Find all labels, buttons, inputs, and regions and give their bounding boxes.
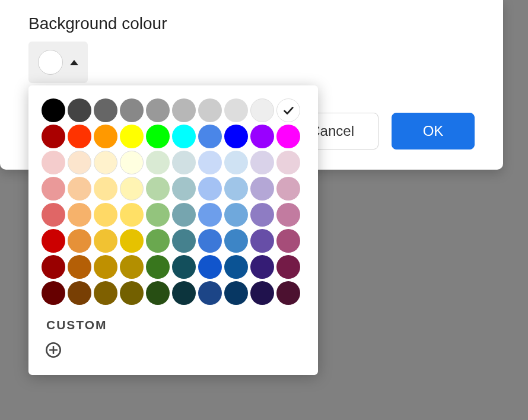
color-swatch[interactable] [120,281,144,305]
color-swatch[interactable] [42,229,65,253]
color-swatch[interactable] [172,203,196,227]
color-swatch[interactable] [172,98,196,122]
color-swatch[interactable] [146,203,170,227]
plus-circle-icon [45,342,62,358]
color-swatch[interactable] [94,151,117,174]
color-swatch[interactable] [172,229,196,253]
color-swatch[interactable] [146,255,170,279]
color-swatch[interactable] [68,229,91,253]
color-swatch[interactable] [276,203,300,227]
color-swatch[interactable] [172,281,196,305]
color-swatch[interactable] [224,98,248,122]
color-swatch[interactable] [224,125,248,148]
color-swatch[interactable] [198,229,222,253]
color-grid [42,98,305,305]
color-dropdown-trigger[interactable] [28,42,88,83]
color-swatch[interactable] [198,281,222,305]
color-swatch[interactable] [224,281,248,305]
color-swatch[interactable] [224,151,248,174]
color-swatch[interactable] [146,125,170,148]
color-swatch[interactable] [276,98,300,122]
color-swatch[interactable] [276,229,300,253]
color-swatch[interactable] [146,151,170,174]
color-swatch[interactable] [68,203,91,227]
color-picker-panel: CUSTOM [28,85,318,375]
color-swatch[interactable] [94,98,117,122]
color-swatch[interactable] [42,177,65,201]
color-swatch[interactable] [94,255,117,279]
color-swatch[interactable] [276,177,300,201]
color-swatch[interactable] [250,229,274,253]
color-swatch[interactable] [224,203,248,227]
color-swatch[interactable] [172,177,196,201]
color-swatch[interactable] [250,203,274,227]
color-swatch[interactable] [120,98,144,122]
ok-button[interactable]: OK [392,113,475,149]
color-swatch[interactable] [198,151,222,174]
color-swatch[interactable] [224,255,248,279]
color-swatch[interactable] [68,98,91,122]
color-swatch[interactable] [224,229,248,253]
color-swatch[interactable] [172,151,196,174]
color-swatch[interactable] [120,203,144,227]
caret-up-icon [70,60,78,65]
color-swatch[interactable] [276,281,300,305]
color-swatch[interactable] [172,125,196,148]
color-swatch[interactable] [120,177,144,201]
color-swatch[interactable] [224,177,248,201]
color-swatch[interactable] [276,255,300,279]
custom-section-label: CUSTOM [46,318,305,332]
color-swatch[interactable] [198,255,222,279]
color-swatch[interactable] [146,229,170,253]
color-swatch[interactable] [120,151,144,174]
color-swatch[interactable] [42,255,65,279]
color-swatch[interactable] [120,229,144,253]
color-swatch[interactable] [94,125,117,148]
color-swatch[interactable] [250,281,274,305]
color-swatch[interactable] [42,125,65,148]
color-swatch[interactable] [198,177,222,201]
color-swatch[interactable] [68,255,91,279]
color-swatch[interactable] [250,125,274,148]
color-swatch[interactable] [68,125,91,148]
color-swatch[interactable] [250,151,274,174]
color-swatch[interactable] [146,281,170,305]
color-swatch[interactable] [198,98,222,122]
color-swatch[interactable] [172,255,196,279]
color-swatch[interactable] [120,125,144,148]
add-custom-color-button[interactable] [44,341,63,359]
color-swatch[interactable] [276,151,300,174]
color-swatch[interactable] [42,151,65,174]
color-swatch[interactable] [42,203,65,227]
color-swatch[interactable] [250,177,274,201]
color-swatch[interactable] [94,229,117,253]
color-swatch[interactable] [276,125,300,148]
selected-color-swatch [38,50,63,75]
color-swatch[interactable] [68,151,91,174]
color-swatch[interactable] [94,203,117,227]
background-colour-label: Background colour [28,14,475,33]
color-swatch[interactable] [250,98,274,122]
color-swatch[interactable] [42,281,65,305]
color-swatch[interactable] [68,177,91,201]
color-swatch[interactable] [68,281,91,305]
color-swatch[interactable] [94,177,117,201]
color-swatch[interactable] [198,203,222,227]
color-swatch[interactable] [146,98,170,122]
color-swatch[interactable] [250,255,274,279]
check-icon [282,104,295,117]
color-swatch[interactable] [198,125,222,148]
color-swatch[interactable] [146,177,170,201]
color-swatch[interactable] [120,255,144,279]
color-swatch[interactable] [94,281,117,305]
color-swatch[interactable] [42,98,65,122]
